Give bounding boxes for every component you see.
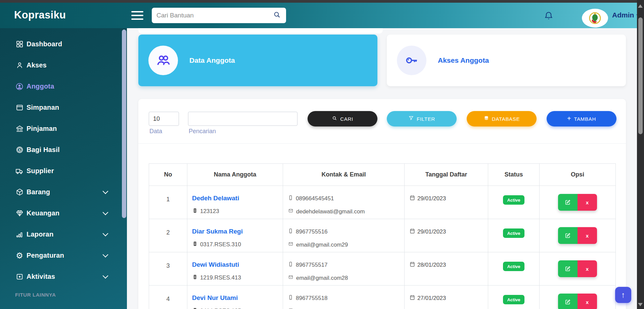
tambah-button[interactable]: + TAMBAH [547, 111, 616, 126]
filter-button[interactable]: FILTER [387, 111, 457, 126]
chevron-down-icon [103, 230, 108, 236]
sidebar-item-akses[interactable]: Akses [0, 55, 127, 76]
calendar-icon [409, 228, 415, 236]
activity-icon [15, 272, 24, 281]
table-header-row: No Nama Anggota Kontak & Email Tanggal D… [149, 164, 616, 186]
member-name-link[interactable]: Dedeh Delawati [192, 195, 283, 202]
envelope-icon [288, 308, 294, 309]
sidebar-item-supplier[interactable]: Supplier [0, 160, 127, 182]
register-date: 29/01/2023 [417, 228, 446, 235]
scrollbar-up-arrow[interactable] [638, 4, 643, 8]
notifications-bell-icon[interactable] [543, 10, 555, 22]
data-anggota-card[interactable]: Data Anggota [138, 35, 377, 86]
edit-button[interactable] [558, 260, 578, 277]
chevron-down-icon [103, 188, 108, 194]
cooperative-emblem-icon [588, 11, 602, 25]
member-id: 123123 [200, 208, 219, 215]
sidebar-item-partial[interactable]: Bantuan [0, 303, 127, 309]
database-button[interactable]: DATABASE [467, 111, 537, 126]
scrollbar-down-arrow[interactable] [638, 303, 643, 306]
edit-button[interactable] [558, 227, 578, 244]
scrolled-card-remnant [138, 28, 383, 34]
scrollbar-thumb[interactable] [638, 17, 643, 134]
button-label: TAMBAH [574, 116, 596, 122]
row-number: 2 [149, 219, 187, 252]
sidebar-item-anggota[interactable]: Anggota [0, 76, 127, 97]
sidebar-item-pengaturan[interactable]: ⚙ Pengaturan [0, 245, 127, 266]
button-label: CARI [340, 116, 353, 122]
column-header: No [149, 164, 187, 186]
search-filter-input[interactable] [188, 112, 297, 126]
sidebar-item-pinjaman[interactable]: Pinjaman [0, 118, 127, 139]
email: dedehdelawati@gmail.com [296, 208, 365, 215]
member-name-link[interactable]: Devi Nur Utami [192, 294, 283, 302]
cari-button[interactable]: CARI [308, 111, 377, 126]
envelope-icon [288, 241, 294, 248]
search-filter-label: Pencarian [189, 128, 216, 135]
row-number: 4 [149, 286, 187, 309]
register-date: 29/01/2023 [417, 195, 446, 202]
bar-chart-icon [15, 230, 24, 239]
delete-button[interactable]: x [578, 260, 597, 277]
hamburger-menu-icon[interactable] [131, 10, 143, 21]
help-search-input[interactable] [156, 12, 273, 19]
delete-button[interactable]: x [578, 194, 597, 211]
app-root: Koprasiku Admin [0, 0, 644, 309]
member-name-link[interactable]: Dewi Widiastuti [192, 261, 283, 268]
calendar-icon [409, 195, 415, 203]
card-title: Data Anggota [189, 56, 235, 64]
column-header: Kontak & Email [283, 164, 405, 186]
app-logo: Koprasiku [14, 9, 66, 21]
page-size-input[interactable] [149, 112, 179, 126]
edit-button[interactable] [558, 294, 578, 309]
sidebar-item-label: Laporan [27, 230, 53, 238]
email: email@gmail.com28 [296, 275, 348, 281]
register-date: 27/01/2023 [417, 295, 446, 302]
sidebar-nav: Dashboard Akses Anggota Simpanan [0, 28, 127, 309]
status-badge: Active [503, 262, 524, 271]
calendar-icon [409, 261, 415, 269]
page-scrollbar[interactable] [637, 0, 644, 309]
bank-icon [15, 124, 24, 133]
member-id: 1219.RSES.413 [200, 274, 241, 281]
search-icon[interactable] [273, 10, 281, 20]
sidebar-item-bagi-hasil[interactable]: $ Bagi Hasil [0, 139, 127, 160]
database-icon [484, 115, 489, 122]
sidebar-item-keuangan[interactable]: Keuangan [0, 203, 127, 224]
envelope-icon [288, 274, 294, 281]
box-icon [15, 188, 24, 197]
up-arrow-icon: ↑ [621, 290, 625, 300]
delete-button[interactable]: x [578, 294, 597, 309]
chevron-down-icon [103, 273, 108, 278]
edit-button[interactable] [558, 194, 578, 211]
user-menu-dropdown[interactable]: Admin [612, 11, 640, 19]
row-number: 3 [149, 252, 187, 286]
sidebar-item-aktivitas[interactable]: Aktivitas [0, 266, 127, 287]
anggota-panel: Data Pencarian CARI FILTER [138, 99, 626, 309]
sidebar-item-laporan[interactable]: Laporan [0, 224, 127, 245]
akses-anggota-card[interactable]: Akses Anggota [387, 35, 626, 86]
member-name-link[interactable]: Diar Sukma Regi [192, 228, 283, 235]
svg-text:$: $ [18, 148, 20, 152]
status-badge: Active [503, 295, 524, 304]
sidebar-item-simpanan[interactable]: Simpanan [0, 97, 127, 118]
member-id-icon [192, 274, 198, 282]
sidebar-item-label: Pengaturan [27, 252, 64, 259]
member-id-icon [192, 307, 198, 309]
sidebar-scrollbar-thumb[interactable] [122, 30, 126, 218]
person-circle-icon [15, 82, 24, 91]
truck-icon [15, 167, 24, 175]
phone-number: 8967755516 [296, 228, 328, 235]
phone-number: 8967755518 [296, 295, 328, 302]
sidebar-item-dashboard[interactable]: Dashboard [0, 34, 127, 55]
envelope-icon [288, 208, 294, 215]
people-icon [148, 46, 178, 75]
delete-button[interactable]: x [578, 227, 597, 244]
panel-divider [138, 143, 626, 144]
phone-number: 089664545451 [296, 195, 334, 202]
phone-icon [288, 294, 293, 302]
scroll-to-top-button[interactable]: ↑ [615, 287, 631, 303]
user-avatar[interactable] [582, 9, 608, 28]
sidebar-item-barang[interactable]: Barang [0, 182, 127, 203]
sidebar-item-label: Pinjaman [27, 125, 57, 133]
